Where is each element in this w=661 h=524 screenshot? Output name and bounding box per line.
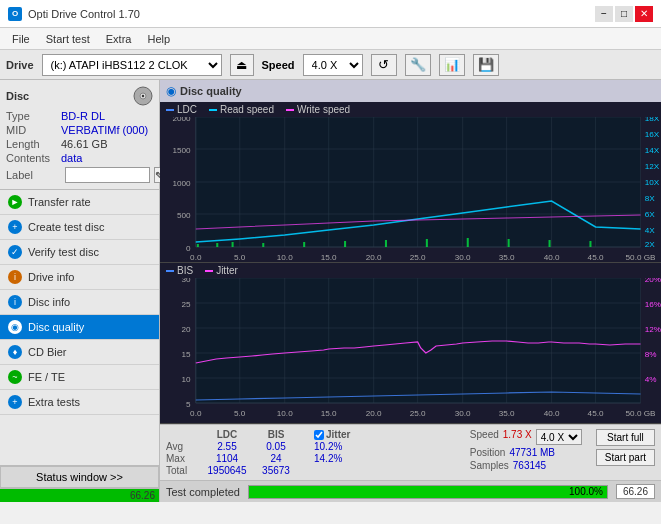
svg-rect-47 <box>232 242 234 247</box>
svg-text:10X: 10X <box>645 178 660 187</box>
settings-button1[interactable]: 🔧 <box>405 54 431 76</box>
sidebar-item-fe-te[interactable]: ~ FE / TE <box>0 365 159 390</box>
sidebar-item-disc-quality[interactable]: ◉ Disc quality <box>0 315 159 340</box>
mid-value: VERBATIMf (000) <box>61 124 148 136</box>
bottom-progress-fill <box>249 486 607 498</box>
bis-header: BIS <box>256 429 296 440</box>
speed-select[interactable]: 4.0 X 1.0 X 2.0 X 8.0 X <box>303 54 363 76</box>
status-area: Status window >> 66.26 <box>0 465 159 502</box>
svg-rect-48 <box>262 243 264 247</box>
sidebar-item-verify-test-disc[interactable]: ✓ Verify test disc <box>0 240 159 265</box>
stats-header-row: LDC BIS Jitter <box>166 429 464 440</box>
disc-quality-label: Disc quality <box>28 321 84 333</box>
svg-text:18X: 18X <box>645 117 660 123</box>
max-label: Max <box>166 453 198 464</box>
svg-text:25.0: 25.0 <box>410 409 426 418</box>
jitter-checkbox[interactable] <box>314 430 324 440</box>
sidebar-item-cd-bier[interactable]: ♦ CD Bier <box>0 340 159 365</box>
avg-label: Avg <box>166 441 198 452</box>
bis-dot <box>166 270 174 272</box>
contents-value: data <box>61 152 82 164</box>
close-button[interactable]: ✕ <box>635 6 653 22</box>
speed-badge: 66.26 <box>616 484 655 499</box>
start-full-button[interactable]: Start full <box>596 429 655 446</box>
menu-extra[interactable]: Extra <box>98 31 140 47</box>
avg-ldc: 2.55 <box>202 441 252 452</box>
svg-text:0.0: 0.0 <box>190 253 202 262</box>
menu-file[interactable]: File <box>4 31 38 47</box>
disc-info-icon: i <box>8 295 22 309</box>
chart2-area: BIS Jitter <box>160 263 661 424</box>
stats-bar: LDC BIS Jitter Avg 2.55 0.05 10.2% <box>160 424 661 480</box>
write-speed-legend: Write speed <box>286 104 350 115</box>
speed-select-stats[interactable]: 4.0 X <box>536 429 582 445</box>
chart1-area: LDC Read speed Write speed <box>160 102 661 263</box>
start-part-button[interactable]: Start part <box>596 449 655 466</box>
jitter-col-header: Jitter <box>326 429 350 440</box>
refresh-button[interactable]: ↺ <box>371 54 397 76</box>
speed-label-static: Speed <box>470 429 499 445</box>
menu-help[interactable]: Help <box>139 31 178 47</box>
sidebar-item-disc-info[interactable]: i Disc info <box>0 290 159 315</box>
svg-text:15.0: 15.0 <box>321 409 337 418</box>
content-area: ◉ Disc quality LDC Read speed <box>160 80 661 502</box>
ldc-legend-label: LDC <box>177 104 197 115</box>
svg-text:12%: 12% <box>645 325 661 334</box>
eject-button[interactable]: ⏏ <box>230 54 254 76</box>
avg-bis: 0.05 <box>256 441 296 452</box>
titlebar-controls: − □ ✕ <box>595 6 653 22</box>
main-area: Disc Type BD-R DL MID VERBATIMf (000) Le… <box>0 80 661 502</box>
chart1-svg: 2000 1500 1000 500 0 18X 16X 14X 12X 10X… <box>160 117 661 262</box>
settings-button2[interactable]: 📊 <box>439 54 465 76</box>
drive-select[interactable]: (k:) ATAPI iHBS112 2 CLOK <box>42 54 222 76</box>
position-value: 47731 MB <box>509 447 555 458</box>
bottom-progress-pct: 100.0% <box>569 486 603 498</box>
type-value: BD-R DL <box>61 110 105 122</box>
status-window-button[interactable]: Status window >> <box>0 466 159 488</box>
svg-text:5: 5 <box>186 400 191 409</box>
svg-text:500: 500 <box>177 211 191 220</box>
svg-text:5.0: 5.0 <box>234 253 246 262</box>
fe-te-label: FE / TE <box>28 371 65 383</box>
empty-header <box>166 429 198 440</box>
create-test-icon: + <box>8 220 22 234</box>
contents-key: Contents <box>6 152 61 164</box>
svg-text:40.0: 40.0 <box>544 253 560 262</box>
sidebar-item-drive-info[interactable]: i Drive info <box>0 265 159 290</box>
save-button[interactable]: 💾 <box>473 54 499 76</box>
sidebar-item-create-test-disc[interactable]: + Create test disc <box>0 215 159 240</box>
maximize-button[interactable]: □ <box>615 6 633 22</box>
max-ldc: 1104 <box>202 453 252 464</box>
transfer-rate-label: Transfer rate <box>28 196 91 208</box>
samples-value: 763145 <box>513 460 546 471</box>
svg-text:10.0: 10.0 <box>277 409 293 418</box>
app-title: Opti Drive Control 1.70 <box>28 8 140 20</box>
menu-start-test[interactable]: Start test <box>38 31 98 47</box>
bottom-status-bar: Test completed 100.0% 66.26 <box>160 480 661 502</box>
svg-text:6X: 6X <box>645 210 656 219</box>
svg-rect-49 <box>303 242 305 247</box>
transfer-rate-icon: ► <box>8 195 22 209</box>
spacer3 <box>300 453 310 464</box>
svg-text:16X: 16X <box>645 130 660 139</box>
disc-length-row: Length 46.61 GB <box>6 138 153 150</box>
ldc-legend-dot <box>166 109 174 111</box>
position-row: Position 47731 MB <box>470 447 590 458</box>
extra-tests-label: Extra tests <box>28 396 80 408</box>
speed-row1: Speed 1.73 X 4.0 X <box>470 429 590 445</box>
sidebar-progress-text: 66.26 <box>130 489 155 503</box>
disc-contents-row: Contents data <box>6 152 153 164</box>
svg-rect-46 <box>216 243 218 247</box>
svg-text:20.0: 20.0 <box>366 253 382 262</box>
label-input[interactable] <box>65 167 150 183</box>
jitter-header-cell: Jitter <box>314 429 350 440</box>
minimize-button[interactable]: − <box>595 6 613 22</box>
svg-rect-53 <box>467 238 469 247</box>
disc-quality-header: ◉ Disc quality <box>160 80 661 102</box>
svg-text:45.0: 45.0 <box>588 409 604 418</box>
stats-max-row: Max 1104 24 14.2% <box>166 453 464 464</box>
svg-rect-54 <box>508 239 510 247</box>
sidebar-item-transfer-rate[interactable]: ► Transfer rate <box>0 190 159 215</box>
svg-text:2X: 2X <box>645 240 656 249</box>
sidebar-item-extra-tests[interactable]: + Extra tests <box>0 390 159 415</box>
